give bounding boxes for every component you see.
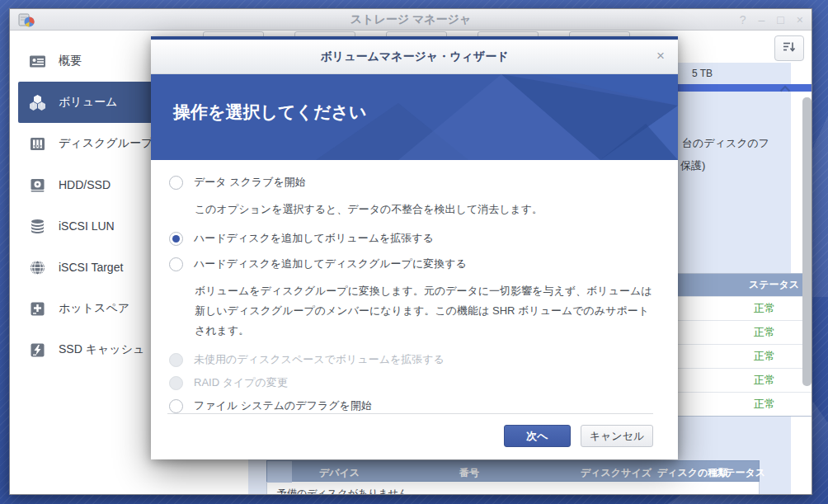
storage-manager-app-icon	[18, 12, 35, 28]
collapse-chevron-up-icon[interactable]	[779, 81, 791, 96]
sidebar: 概要 ボリューム ディスクグループ	[10, 31, 167, 494]
vertical-scrollbar-thumb[interactable]	[802, 97, 812, 386]
iscsi-lun-icon	[29, 218, 46, 235]
radio-option-data-scrub[interactable]: データ スクラブを開始	[169, 174, 658, 191]
next-button[interactable]: 次へ	[504, 425, 571, 447]
sidebar-item-iscsi-lun[interactable]: iSCSI LUN	[18, 205, 167, 247]
ssd-cache-icon	[29, 341, 46, 359]
radio-icon	[169, 399, 183, 413]
sidebar-item-ssd-cache[interactable]: SSD キャッシュ	[18, 329, 167, 370]
hot-spare-table: デバイス 番号 ディスクサイズ ディスクの種類 ステータス 予備のディスクがあり…	[266, 460, 760, 494]
volume-manager-wizard-dialog: ボリュームマネージャ・ウィザード × 操作を選択してください データ スクラブを…	[151, 36, 678, 459]
sidebar-item-hot-spare[interactable]: ホットスペア	[18, 288, 167, 329]
radio-option-change-raid-type: RAID タイプの変更	[169, 374, 658, 391]
radio-label: ハードディスクを追加してボリュームを拡張する	[194, 231, 434, 246]
radio-option-convert-disk-group[interactable]: ハードディスクを追加してディスクグループに変換する	[169, 256, 658, 272]
dialog-header: ボリュームマネージャ・ウィザード ×	[151, 40, 678, 74]
sidebar-item-label: 概要	[59, 54, 82, 68]
sidebar-item-hdd-ssd[interactable]: HDD/SSD	[18, 164, 167, 205]
sidebar-item-iscsi-target[interactable]: iSCSI Target	[18, 247, 167, 288]
disk-status: 正常	[754, 349, 775, 364]
volume-icon	[29, 94, 46, 111]
hot-spare-icon	[29, 300, 46, 318]
close-icon[interactable]: ×	[797, 14, 803, 26]
dialog-body: データ スクラブを開始 このオプションを選択すると、データの不整合を検出して消去…	[151, 160, 678, 414]
help-icon[interactable]: ?	[740, 14, 746, 26]
radio-option-defrag-file-system[interactable]: ファイル システムのデフラグを開始	[169, 398, 658, 414]
column-header: 番号	[459, 466, 479, 480]
empty-message: 予備のディスクがありません。	[277, 487, 418, 494]
cancel-button[interactable]: キャンセル	[581, 425, 653, 447]
sidebar-item-label: SSD キャッシュ	[59, 342, 144, 357]
column-header: ディスクサイズ	[581, 466, 652, 480]
volume-size-text: 5 TB	[692, 68, 713, 79]
sort-button[interactable]	[774, 35, 804, 61]
hot-spare-table-header: デバイス 番号 ディスクサイズ ディスクの種類 ステータス	[266, 460, 760, 482]
radio-label: ハードディスクを追加してディスクグループに変換する	[194, 257, 467, 271]
radio-option-expand-volume-add-disk[interactable]: ハードディスクを追加してボリュームを拡張する	[169, 230, 658, 247]
radio-option-description: ボリュームをディスクグループに変換します。元のデータに一切影響を与えず、ボリュー…	[195, 281, 658, 341]
table-row-empty: 予備のディスクがありません。	[266, 482, 760, 494]
column-header: デバイス	[319, 466, 360, 480]
radio-icon-disabled	[169, 353, 183, 367]
hdd-ssd-icon	[29, 177, 46, 194]
sidebar-item-label: HDD/SSD	[59, 178, 111, 191]
sidebar-item-disk-group[interactable]: ディスクグループ	[18, 123, 167, 164]
dialog-banner: 操作を選択してください	[151, 74, 678, 160]
disk-status: 正常	[754, 301, 775, 316]
header-select-cell[interactable]	[267, 461, 292, 483]
overview-icon	[29, 53, 46, 70]
radio-option-expand-unused-space: 未使用のディスクスペースでボリュームを拡張する	[169, 351, 658, 368]
minimize-icon[interactable]: –	[759, 14, 765, 26]
sidebar-item-label: iSCSI LUN	[59, 219, 115, 233]
sidebar-item-label: iSCSI Target	[59, 261, 123, 274]
volume-info-line: 台のディスクのフ	[682, 136, 769, 151]
radio-label: RAID タイプの変更	[194, 375, 288, 390]
sidebar-item-label: ディスクグループ	[59, 136, 153, 151]
radio-icon	[169, 176, 183, 190]
sidebar-item-label: ボリューム	[59, 95, 117, 110]
sidebar-item-label: ホットスペア	[59, 301, 129, 316]
radio-icon-disabled	[169, 376, 183, 390]
disk-group-icon	[29, 135, 46, 153]
dialog-footer: 次へ キャンセル	[167, 413, 653, 447]
dialog-step-title: 操作を選択してください	[173, 101, 366, 124]
radio-icon-selected	[169, 232, 183, 246]
window-title: ストレージ マネージャ	[10, 12, 812, 27]
radio-option-description: このオプションを選択すると、データの不整合を検出して消去します。	[195, 200, 658, 219]
window-titlebar[interactable]: ストレージ マネージャ ? – □ ×	[10, 9, 812, 31]
volume-info-line: 保護)	[680, 158, 705, 173]
iscsi-target-icon	[29, 259, 46, 276]
column-header: ステータス	[715, 466, 765, 480]
sidebar-item-overview[interactable]: 概要	[18, 40, 167, 82]
maximize-icon[interactable]: □	[777, 14, 783, 26]
desktop: ストレージ マネージャ ? – □ × 概要	[0, 0, 828, 504]
radio-label: 未使用のディスクスペースでボリュームを拡張する	[194, 352, 445, 367]
disk-status: 正常	[754, 325, 775, 340]
disk-status: 正常	[754, 397, 775, 412]
sort-icon	[783, 41, 796, 56]
radio-label: ファイル システムのデフラグを開始	[194, 398, 372, 413]
radio-icon	[169, 257, 183, 271]
dialog-close-icon[interactable]: ×	[656, 48, 665, 64]
radio-label: データ スクラブを開始	[194, 175, 306, 190]
disk-status: 正常	[754, 373, 775, 388]
sidebar-item-volume[interactable]: ボリューム	[18, 82, 167, 123]
dialog-title: ボリュームマネージャ・ウィザード	[321, 49, 509, 64]
